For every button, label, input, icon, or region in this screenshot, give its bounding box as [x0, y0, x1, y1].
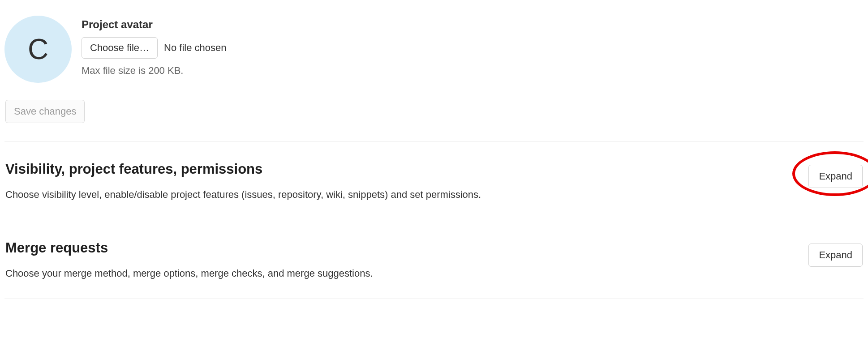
avatar: C [4, 16, 72, 83]
project-avatar-section: C Project avatar Choose file… No file ch… [4, 4, 864, 83]
section-description: Choose visibility level, enable/disable … [5, 188, 795, 202]
section-content: Merge requests Choose your merge method,… [5, 240, 795, 281]
section-title: Merge requests [5, 240, 795, 256]
avatar-initial: C [28, 33, 48, 66]
expand-button[interactable]: Expand [808, 244, 863, 267]
choose-file-button[interactable]: Choose file… [82, 37, 158, 59]
save-changes-button[interactable]: Save changes [5, 100, 85, 123]
expand-button-wrap: Expand [808, 161, 863, 188]
section-merge-requests: Merge requests Choose your merge method,… [4, 220, 864, 299]
section-content: Visibility, project features, permission… [5, 161, 795, 202]
avatar-label: Project avatar [82, 18, 227, 31]
expand-button[interactable]: Expand [808, 165, 863, 188]
file-picker-row: Choose file… No file chosen [82, 37, 227, 59]
section-description: Choose your merge method, merge options,… [5, 267, 795, 281]
section-visibility: Visibility, project features, permission… [4, 141, 864, 220]
expand-button-wrap: Expand [808, 240, 863, 267]
avatar-help-text: Max file size is 200 KB. [82, 65, 227, 77]
section-title: Visibility, project features, permission… [5, 161, 795, 177]
no-file-chosen-text: No file chosen [164, 42, 226, 54]
avatar-info: Project avatar Choose file… No file chos… [82, 16, 227, 77]
